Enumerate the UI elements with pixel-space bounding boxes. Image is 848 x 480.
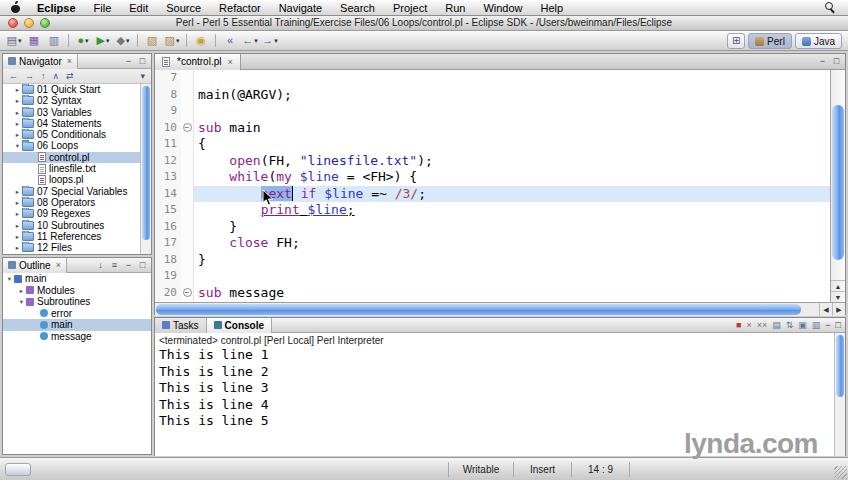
code-text[interactable] [194,103,830,120]
back-icon[interactable]: ← [9,71,18,81]
code-text[interactable]: sub message [194,285,830,302]
close-window-button[interactable] [8,18,18,28]
search-button[interactable]: ◉ [192,32,210,49]
debug-button[interactable]: ●▾ [74,32,92,49]
minimize-view-icon[interactable]: − [123,55,134,68]
code-text[interactable]: open(FH, "linesfile.txt"); [194,153,830,170]
collapsed-triangle-icon[interactable]: ▸ [13,197,22,208]
menu-navigate[interactable]: Navigate [270,0,331,16]
forward-button[interactable]: →▾ [261,32,279,49]
navigator-item-09-regexes[interactable]: ▸09 Regexes [3,208,151,219]
code-area[interactable]: 78main(@ARGV);910−sub main11{12 open(FH,… [155,70,830,302]
window-title-bar[interactable]: Perl - Perl 5 Essential Training/Exercis… [0,16,848,31]
code-text[interactable] [194,70,830,87]
navigator-item-03-variables[interactable]: ▸03 Variables [3,107,151,118]
pin-console-button[interactable]: ▣ [798,319,807,332]
new-wizard-button[interactable]: ▤▾ [5,32,23,49]
code-line-19[interactable]: 19 [155,268,830,285]
link-with-editor-icon[interactable]: ⇄ [66,71,74,81]
scroll-right-arrow-icon[interactable]: ▶ [832,303,845,316]
maximize-editor-icon[interactable]: □ [831,55,842,68]
collapsed-triangle-icon[interactable]: ▸ [13,129,22,140]
remove-launch-button[interactable]: × [746,319,751,332]
menu-run[interactable]: Run [436,0,474,16]
minimize-editor-icon[interactable]: − [817,55,828,68]
code-line-12[interactable]: 12 open(FH, "linesfile.txt"); [155,153,830,170]
apple-menu-icon[interactable] [11,3,20,13]
navigator-item-05-conditionals[interactable]: ▸05 Conditionals [3,129,151,140]
scroll-down-arrow-icon[interactable]: ▼ [831,291,845,302]
code-text[interactable]: } [194,219,830,236]
navigator-item-02-syntax[interactable]: ▸02 Syntax [3,95,151,106]
minimize-view-icon[interactable]: − [123,259,134,272]
window-resize-grip[interactable] [834,466,847,479]
forward-dropdown-icon[interactable]: ▾ [274,37,278,45]
collapsed-triangle-icon[interactable]: ▸ [13,186,22,197]
outline-item-message[interactable]: message [3,331,151,343]
new-perl-file-button[interactable]: ▨▾ [163,32,181,49]
editor-vertical-scrollbar[interactable]: ▲ ▼ [830,70,845,302]
menu-window[interactable]: Window [474,0,531,16]
code-line-15[interactable]: 15 print $line; [155,202,830,219]
console-scrollbar-thumb[interactable] [836,335,844,397]
minimize-window-button[interactable] [24,18,34,28]
navigator-scrollbar[interactable] [140,84,151,254]
new-perl-file-dropdown-icon[interactable]: ▾ [176,37,180,45]
run-button[interactable]: ▶▾ [94,32,112,49]
close-editor-icon[interactable]: × [227,57,232,67]
menu-refactor[interactable]: Refactor [210,0,270,16]
new-wizard-dropdown-icon[interactable]: ▾ [18,37,22,45]
expanded-triangle-icon[interactable]: ▾ [13,140,22,151]
menu-source[interactable]: Source [157,0,210,16]
code-line-11[interactable]: 11{ [155,136,830,153]
code-text[interactable]: while(my $line = <FH>) { [194,169,830,186]
menu-file[interactable]: File [85,0,121,16]
code-line-13[interactable]: 13 while(my $line = <FH>) { [155,169,830,186]
code-text[interactable]: main(@ARGV); [194,87,830,104]
code-line-8[interactable]: 8main(@ARGV); [155,87,830,104]
code-line-14[interactable]: 14 next if $line =~ /3/; [155,186,830,203]
outline-item-error[interactable]: error [3,308,151,320]
code-text[interactable]: print $line; [194,202,830,219]
editor-tab-control-pl[interactable]: *control.pl × [155,54,241,70]
console-scrollbar[interactable] [834,333,845,456]
code-line-10[interactable]: 10−sub main [155,120,830,137]
perspective-java-button[interactable]: Java [795,33,842,49]
maximize-view-icon[interactable]: □ [137,259,148,272]
perspective-perl-button[interactable]: Perl [748,33,792,49]
navigator-item-10-subroutines[interactable]: ▸10 Subroutines [3,220,151,231]
navigator-item-loops-pl[interactable]: loops.pl [3,174,151,185]
navigator-item-control-pl[interactable]: control.pl [3,152,151,163]
spotlight-search-icon[interactable] [825,2,836,13]
forward-icon[interactable]: → [25,71,34,81]
collapsed-triangle-icon[interactable]: ▸ [13,231,22,242]
scroll-up-arrow-icon[interactable]: ▲ [831,280,845,291]
external-tools-dropdown-icon[interactable]: ▾ [126,37,130,45]
menu-search[interactable]: Search [331,0,384,16]
menu-eclipse[interactable]: Eclipse [28,0,85,16]
console-tab[interactable]: Console [207,318,272,333]
code-line-16[interactable]: 16 } [155,219,830,236]
back-dropdown-icon[interactable]: ▾ [254,37,258,45]
external-tools-button[interactable]: ◆▾ [114,32,132,49]
navigator-item-11-references[interactable]: ▸11 References [3,231,151,242]
navigator-item-12-files[interactable]: ▸12 Files [3,242,151,253]
menu-edit[interactable]: Edit [120,0,157,16]
clear-console-button[interactable]: ▤ [772,319,781,332]
navigator-scrollbar-thumb[interactable] [142,86,150,240]
code-line-20[interactable]: 20−sub message [155,285,830,302]
up-icon[interactable]: ↑ [41,71,46,81]
outline-item-subroutines[interactable]: ▾Subroutines [3,296,151,308]
back-button[interactable]: ←▾ [241,32,259,49]
code-text[interactable]: } [194,252,830,269]
fold-toggle[interactable]: − [181,285,194,302]
expanded-triangle-icon[interactable]: ▾ [5,273,14,285]
outline-item-modules[interactable]: ▸Modules [3,285,151,297]
code-line-7[interactable]: 7 [155,70,830,87]
code-text[interactable]: { [194,136,830,153]
code-text[interactable]: sub main [194,120,830,137]
code-line-18[interactable]: 18} [155,252,830,269]
navigator-item-07-special-variables[interactable]: ▸07 Special Variables [3,186,151,197]
navigator-item-04-statements[interactable]: ▸04 Statements [3,118,151,129]
expanded-triangle-icon[interactable]: ▾ [17,296,26,308]
